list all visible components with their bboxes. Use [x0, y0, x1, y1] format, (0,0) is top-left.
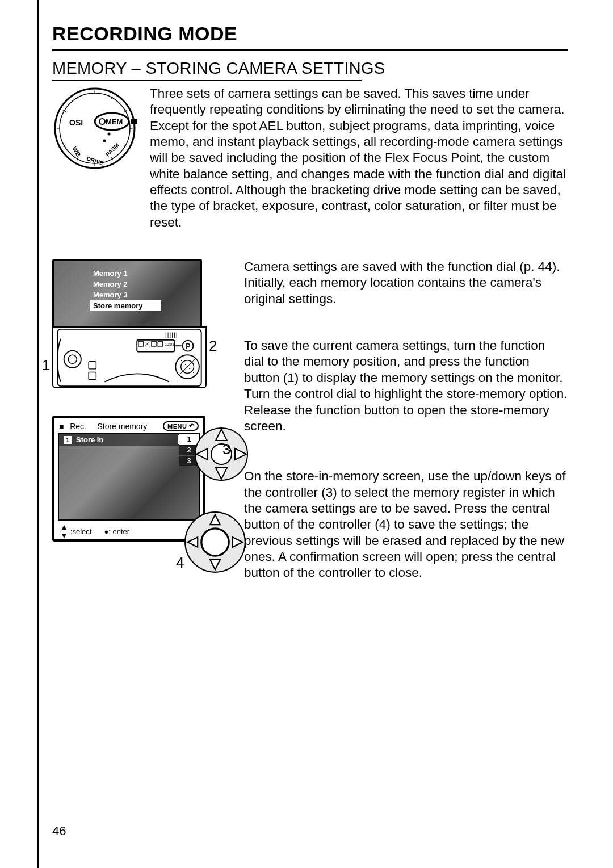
menu-item-memory-1: Memory 1: [90, 268, 161, 279]
svg-text:10:01: 10:01: [165, 342, 174, 346]
svg-point-36: [68, 355, 77, 363]
svg-rect-37: [89, 362, 96, 369]
camera-icon: ■: [59, 422, 65, 431]
store-memory-screen: ■ Rec. Store memory MENU↶ 1 Store in: [52, 416, 205, 542]
svg-point-46: [201, 529, 229, 556]
page-title: RECORDING MODE: [52, 23, 568, 45]
function-menu-diagram: Memory 1 Memory 2 Memory 3 Store memory: [52, 259, 211, 395]
svg-rect-16: [131, 119, 137, 124]
row-badge-1: 1: [64, 436, 72, 444]
subheading-rule: [52, 80, 362, 81]
store-in-row: 1 Store in 1: [59, 434, 199, 446]
select-hint: ▲▼: [60, 523, 68, 540]
camera-top-illustration: 10:01 P: [52, 326, 207, 388]
left-margin-rule: [37, 0, 39, 868]
page-number: 46: [52, 824, 66, 838]
dial-label-mem: MEM: [106, 118, 123, 126]
store-memory-diagram: ■ Rec. Store memory MENU↶ 1 Store in: [52, 416, 228, 580]
enter-hint: ●: enter: [104, 527, 129, 536]
callout-3: 3: [222, 441, 230, 458]
callout-2: 2: [209, 337, 217, 355]
menu-item-store-memory: Store memory: [90, 300, 161, 311]
dial-label-osi: OSI: [69, 118, 83, 127]
controller-dpad-4: [184, 511, 246, 573]
heading-rule: [52, 49, 568, 51]
svg-point-18: [103, 140, 106, 142]
screen-title: Store memory: [97, 422, 147, 431]
callout-1: 1: [42, 357, 50, 374]
lcd-menu-frame: Memory 1 Memory 2 Memory 3 Store memory: [52, 259, 202, 334]
menu-item-memory-3: Memory 3: [90, 290, 161, 300]
callout-4: 4: [176, 554, 184, 572]
controller-dpad-3: [193, 426, 250, 483]
svg-point-17: [108, 133, 111, 136]
mode-dial-illustration: OSI MEM WB DRIVE PASM: [52, 86, 137, 171]
dot-icon: ●: [104, 527, 108, 536]
page-subtitle: MEMORY – STORING CAMERA SETTINGS: [52, 59, 568, 78]
store-paragraph: On the store-in-memory screen, use the u…: [244, 468, 568, 581]
save-paragraph: To save the current camera settings, tur…: [244, 338, 568, 434]
store-in-label: Store in: [76, 435, 178, 444]
svg-rect-38: [89, 372, 96, 380]
intro-paragraph: Three sets of camera settings can be sav…: [150, 86, 568, 230]
lcd-mode-indicator: P: [186, 342, 190, 350]
updown-icon: ▲▼: [60, 522, 68, 540]
mode-label: Rec.: [70, 422, 86, 431]
overview-paragraph: Camera settings are saved with the funct…: [244, 259, 568, 307]
menu-item-memory-2: Memory 2: [90, 279, 161, 290]
